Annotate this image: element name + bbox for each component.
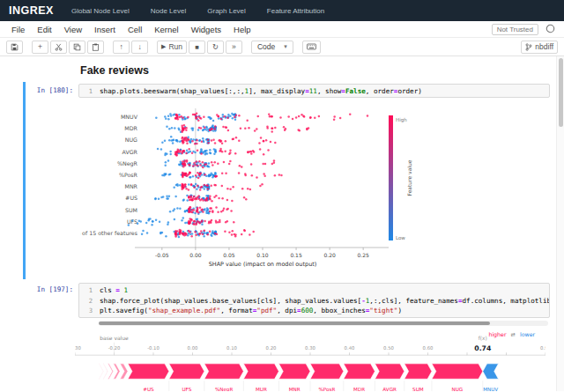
stop-button[interactable]: ■ — [189, 41, 205, 54]
save-button[interactable] — [6, 41, 23, 54]
arrow-up-icon: ↑ — [119, 42, 122, 51]
restart-kernel-button[interactable]: ↻ — [207, 41, 224, 54]
menu-cell[interactable]: Cell — [122, 25, 148, 34]
beeswarm-plot: -0.050.000.050.100.150.200.25SHAP value … — [80, 101, 417, 272]
line-number: 1 — [83, 286, 93, 295]
vertical-scrollbar[interactable] — [556, 56, 564, 391]
svg-text:AVGR: AVGR — [382, 387, 397, 391]
code-cell-beeswarm[interactable]: In [180]: 1shap.plots.beeswarm(shap_valu… — [23, 82, 550, 279]
paste-icon — [92, 43, 100, 51]
svg-text:-0.30: -0.30 — [75, 345, 81, 351]
vertical-scrollbar-thumb[interactable] — [559, 58, 563, 127]
menu-view[interactable]: View — [58, 25, 88, 34]
app-window: INGREX Global Node LevelNode LevelGraph … — [0, 0, 564, 391]
code-cell-force[interactable]: In [197]: 1cls = 12shap.force_plot(shap_… — [23, 281, 550, 391]
trust-badge[interactable]: Not Trusted — [492, 24, 538, 35]
svg-text:f(x): f(x) — [479, 335, 487, 340]
line-number: 1 — [83, 87, 93, 96]
svg-text:0.20: 0.20 — [323, 252, 336, 258]
move-up-button[interactable]: ↑ — [113, 41, 130, 54]
svg-text:AVGR: AVGR — [122, 149, 138, 155]
svg-text:UFS: UFS — [182, 387, 191, 391]
svg-text:0.00: 0.00 — [189, 252, 202, 258]
nbdiff-button[interactable]: nbdiff — [521, 41, 558, 54]
svg-text:-0.05: -0.05 — [155, 252, 169, 258]
svg-text:MNR: MNR — [289, 387, 301, 391]
svg-text:MNR: MNR — [124, 184, 137, 190]
top-tab-feature-attribution[interactable]: Feature Attribution — [267, 7, 324, 15]
svg-text:NUG: NUG — [125, 137, 137, 144]
move-down-button[interactable]: ↓ — [131, 41, 148, 54]
code-editor[interactable]: 1shap.plots.beeswarm(shap_values[:,:,1],… — [78, 84, 550, 98]
notebook-scroll-area: Fake reviews In [180]: 1shap.plots.beesw… — [0, 56, 564, 391]
line-number: 3 — [83, 307, 93, 315]
menu-help[interactable]: Help — [227, 25, 257, 34]
markdown-cell[interactable]: Fake reviews — [23, 60, 550, 82]
horizontal-scrollbar[interactable] — [99, 321, 548, 326]
menu-edit[interactable]: Edit — [31, 25, 57, 34]
svg-text:0.00: 0.00 — [188, 345, 198, 351]
run-button[interactable]: ▶ Run — [157, 41, 187, 54]
kernel-indicator-icon — [545, 24, 555, 35]
svg-text:base value: base value — [100, 334, 129, 340]
svg-text:%NegR: %NegR — [215, 387, 234, 391]
svg-text:0.40: 0.40 — [345, 345, 355, 351]
menu-items: FileEditViewInsertCellKernelWidgetsHelp — [5, 25, 257, 34]
svg-text:SUM: SUM — [412, 387, 424, 391]
svg-text:SUM: SUM — [125, 207, 137, 213]
menubar-right: Not Trusted — [492, 24, 559, 35]
svg-text:MNUV: MNUV — [121, 114, 138, 120]
git-branch-icon — [525, 43, 532, 51]
run-icon: ▶ — [161, 43, 166, 50]
menu-insert[interactable]: Insert — [88, 25, 122, 34]
svg-text:0.30: 0.30 — [305, 345, 315, 351]
copy-cell-button[interactable] — [69, 41, 85, 54]
svg-text:MDR: MDR — [353, 387, 365, 391]
keyboard-shortcuts-button[interactable] — [302, 41, 321, 54]
svg-text:-0.10: -0.10 — [147, 345, 160, 351]
menu-file[interactable]: File — [5, 25, 31, 34]
notebook-toolbar: ＋ ↑ ↓ ▶ Run — [0, 38, 564, 56]
svg-text:0.25: 0.25 — [357, 252, 369, 258]
svg-text:Feature value: Feature value — [406, 160, 412, 196]
svg-text:0.60: 0.60 — [423, 345, 434, 351]
svg-text:NUG: NUG — [452, 387, 464, 391]
section-heading: Fake reviews — [80, 64, 550, 77]
svg-text:0.20: 0.20 — [266, 345, 277, 351]
horizontal-scrollbar-thumb[interactable] — [99, 322, 490, 325]
app-topbar: INGREX Global Node LevelNode LevelGraph … — [0, 0, 564, 21]
arrow-down-icon: ↓ — [137, 42, 141, 51]
run-label: Run — [168, 42, 182, 51]
top-tab-node-level[interactable]: Node Level — [151, 7, 186, 15]
menu-kernel[interactable]: Kernel — [148, 25, 184, 34]
scissors-icon — [55, 43, 63, 51]
top-tab-global-node-level[interactable]: Global Node Level — [71, 7, 130, 15]
svg-text:#US: #US — [125, 196, 137, 202]
svg-text:SHAP value (impact on model ou: SHAP value (impact on model output) — [209, 261, 317, 268]
svg-text:#US: #US — [143, 387, 154, 391]
plus-icon: ＋ — [36, 41, 44, 52]
notebook: Fake reviews In [180]: 1shap.plots.beesw… — [0, 56, 564, 391]
save-icon — [11, 43, 19, 51]
cut-cell-button[interactable] — [50, 41, 67, 54]
menu-widgets[interactable]: Widgets — [185, 25, 227, 34]
force-plot: -0.30-0.20-0.100.000.100.200.300.400.500… — [75, 329, 545, 391]
restart-icon: ↻ — [212, 42, 219, 51]
add-cell-button[interactable]: ＋ — [32, 41, 48, 54]
nbdiff-label: nbdiff — [535, 42, 553, 51]
svg-text:Sum of 15 other features: Sum of 15 other features — [80, 230, 137, 236]
svg-text:MNUV: MNUV — [483, 387, 498, 391]
svg-text:0.15: 0.15 — [290, 252, 302, 258]
restart-run-all-button[interactable]: » — [226, 41, 242, 54]
paste-cell-button[interactable] — [87, 41, 104, 54]
svg-text:%NegR: %NegR — [117, 160, 138, 167]
svg-text:Low: Low — [396, 235, 405, 240]
cell-type-dropdown[interactable]: Code ▾ — [251, 41, 293, 54]
menu-bar: FileEditViewInsertCellKernelWidgetsHelp … — [0, 21, 564, 38]
svg-text:lower: lower — [520, 331, 536, 337]
top-tab-graph-level[interactable]: Graph Level — [207, 7, 246, 15]
code-editor[interactable]: 1cls = 12shap.force_plot(shap_values.bas… — [78, 283, 550, 317]
svg-text:0.50: 0.50 — [383, 345, 394, 351]
input-prompt: In [180]: — [26, 84, 78, 98]
svg-text:High: High — [396, 117, 407, 123]
